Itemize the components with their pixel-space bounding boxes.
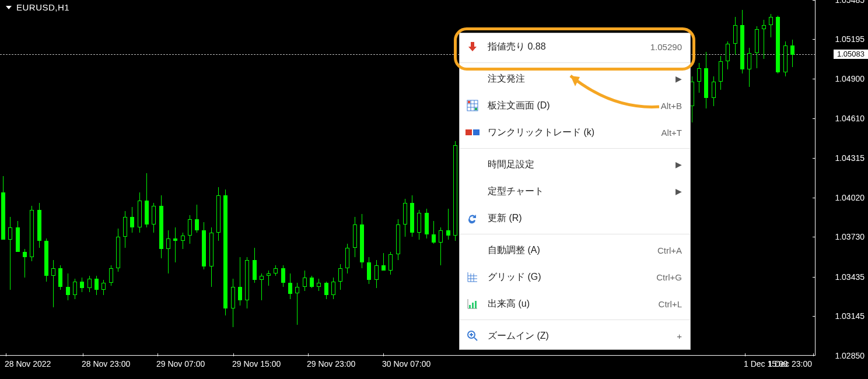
menu-item-auto[interactable]: 自動調整 (A)Ctrl+A (460, 237, 690, 264)
candle (245, 257, 249, 308)
candle (453, 141, 457, 241)
menu-item-grid[interactable]: グリッド (G)Ctrl+G (460, 264, 690, 290)
menu-shortcut: Ctrl+L (659, 299, 682, 309)
candle (432, 221, 435, 244)
candle (1, 176, 5, 240)
menu-item-order[interactable]: 注文発注▶ (460, 65, 690, 92)
candle (66, 273, 69, 300)
candle (58, 265, 62, 290)
candle (295, 283, 299, 325)
candle (755, 26, 758, 68)
candle (704, 52, 708, 108)
chart-area[interactable]: EURUSD,H1 (0, 0, 816, 356)
candle (762, 20, 765, 59)
menu-label: 自動調整 (A) (488, 244, 650, 257)
candle (712, 76, 715, 106)
menu-item-depth[interactable]: 板注文画面 (D)Alt+B (460, 92, 690, 119)
candle (331, 278, 335, 299)
menu-label: ズームイン (Z) (488, 330, 670, 342)
menu-item-refresh[interactable]: 更新 (R) (460, 205, 690, 231)
candle (23, 249, 26, 278)
candle (44, 238, 48, 282)
candle (202, 222, 205, 269)
menu-item-one-click[interactable]: ワンクリックトレード (k)Alt+T (460, 119, 690, 146)
candle (8, 217, 12, 290)
price-tick: 1.02850 (835, 351, 864, 360)
candle (697, 63, 701, 93)
candle (145, 173, 148, 227)
menu-shortcut: Ctrl+A (657, 245, 682, 255)
menu-item-timeframe[interactable]: 時間足設定▶ (460, 151, 690, 178)
menu-separator (460, 148, 690, 149)
blank-icon (464, 183, 481, 199)
candle (223, 190, 227, 315)
candle (267, 271, 270, 285)
candle (747, 48, 751, 87)
candle (740, 10, 744, 73)
price-tick: 1.05195 (835, 34, 864, 44)
price-tick: 1.05485 (835, 0, 864, 5)
candle (209, 227, 213, 287)
context-menu: 指値売り 0.881.05290注文発注▶板注文画面 (D)Alt+Bワンクリッ… (459, 33, 691, 350)
price-tick: 1.04900 (835, 74, 864, 83)
candle (102, 280, 105, 294)
candle (80, 278, 83, 292)
candle (388, 252, 392, 275)
blank-icon (464, 156, 481, 173)
candle (338, 264, 342, 290)
menu-label: 板注文画面 (D) (488, 100, 654, 112)
candle (30, 206, 33, 261)
chevron-right-icon: ▶ (676, 187, 682, 196)
candle (317, 279, 320, 291)
volume-icon (464, 296, 481, 312)
menu-item-sell-limit[interactable]: 指値売り 0.881.05290 (460, 33, 690, 60)
candle (195, 205, 198, 233)
candle (94, 276, 98, 294)
candle (274, 265, 277, 276)
menu-separator (460, 62, 690, 63)
candle (425, 209, 428, 238)
menu-label: 定型チャート (488, 185, 668, 198)
time-label: 29 Nov 07:00 (156, 359, 205, 369)
menu-separator (460, 234, 690, 234)
svg-rect-0 (471, 42, 474, 47)
chart-title: EURUSD,H1 (16, 2, 69, 12)
blank-icon (464, 71, 481, 87)
menu-item-volume[interactable]: 出来高 (u)Ctrl+L (460, 290, 690, 317)
chevron-down-icon (6, 6, 12, 9)
candle (216, 187, 220, 241)
candle (417, 210, 421, 240)
svg-rect-21 (475, 301, 477, 308)
candle (88, 276, 91, 292)
menu-label: 更新 (R) (488, 212, 682, 224)
candle (288, 273, 292, 299)
candle (403, 199, 407, 237)
menu-item-zoom-in[interactable]: ズームイン (Z)+ (460, 322, 690, 349)
price-tick: 1.03435 (835, 272, 864, 282)
candle (37, 203, 41, 247)
candle (374, 260, 378, 289)
svg-rect-7 (468, 101, 470, 103)
candle (733, 17, 737, 55)
candle (719, 56, 722, 90)
candle (123, 211, 127, 248)
price-line (0, 54, 816, 55)
price-tick: 1.04020 (835, 193, 864, 202)
depth-icon (464, 97, 481, 114)
candle (188, 215, 191, 244)
svg-marker-1 (468, 47, 477, 51)
candle (159, 195, 163, 259)
time-label: 29 Nov 23:00 (307, 359, 355, 369)
svg-rect-8 (475, 108, 477, 110)
candle (726, 41, 729, 70)
menu-label: 時間足設定 (488, 159, 668, 171)
svg-rect-19 (469, 305, 471, 308)
candle (152, 203, 155, 233)
time-axis: 28 Nov 202228 Nov 23:0029 Nov 07:0029 No… (0, 355, 816, 379)
menu-label: 注文発注 (488, 73, 668, 85)
candle (260, 273, 263, 300)
candle (109, 265, 113, 286)
menu-item-template[interactable]: 定型チャート▶ (460, 178, 690, 205)
time-label: 28 Nov 2022 (5, 359, 51, 369)
refresh-icon (464, 210, 481, 226)
